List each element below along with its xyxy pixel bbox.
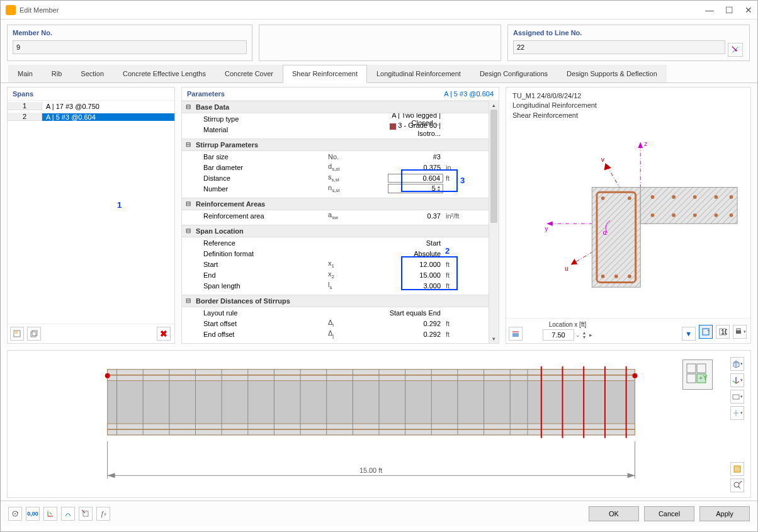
help-button[interactable] <box>8 507 22 521</box>
scroll-up-arrow[interactable]: ▴ <box>489 101 499 110</box>
view3d-button[interactable]: ▾ <box>730 357 744 371</box>
location-dropdown[interactable]: ⌄ <box>575 332 580 338</box>
view-cube[interactable]: +Y <box>682 359 713 390</box>
param-value[interactable]: #3 <box>388 153 443 161</box>
svg-rect-36 <box>512 333 519 337</box>
scroll-thumb[interactable] <box>490 110 497 223</box>
units-button[interactable]: 0,00 <box>26 507 40 521</box>
svg-point-30 <box>693 213 697 217</box>
tab-design-supports-&-deflection[interactable]: Design Supports & Deflection <box>557 65 667 82</box>
svg-marker-13 <box>604 163 612 171</box>
beam-zoom-button[interactable] <box>730 478 744 492</box>
svg-text:u: u <box>565 264 568 272</box>
display-button[interactable]: ▾ <box>730 390 744 404</box>
pick-line-button[interactable] <box>728 43 743 57</box>
cancel-button[interactable]: Cancel <box>644 506 694 521</box>
maximize-button[interactable]: ☐ <box>725 5 733 15</box>
tab-rib[interactable]: Rib <box>42 65 72 82</box>
tab-section[interactable]: Section <box>71 65 113 82</box>
member-input[interactable] <box>13 40 247 54</box>
copy-span-button[interactable] <box>27 327 41 341</box>
tool-d-button[interactable] <box>61 507 75 521</box>
preview-filter-button[interactable]: ▼ <box>682 327 696 341</box>
svg-point-86 <box>734 482 739 487</box>
param-label: End offset <box>182 331 328 338</box>
param-group-header[interactable]: Stirrup Parameters <box>182 139 499 151</box>
param-row: Span lengthls3.000ft <box>182 280 499 291</box>
apply-button[interactable]: Apply <box>699 506 750 521</box>
tab-main[interactable]: Main <box>8 65 42 82</box>
tool-e-button[interactable] <box>79 507 93 521</box>
tab-concrete-effective-lengths[interactable]: Concrete Effective Lengths <box>113 65 215 82</box>
location-label: Location x [ft] <box>543 321 592 328</box>
param-value[interactable]: 3.000 <box>388 282 443 290</box>
assigned-box: Assigned to Line No. <box>507 25 750 61</box>
arrows-button[interactable]: ▾ <box>730 406 744 420</box>
parameters-header: Parameters A | 5 #3 @0.604 <box>182 88 499 101</box>
tab-design-configurations[interactable]: Design Configurations <box>470 65 557 82</box>
param-scrollbar[interactable]: ▴ ▾ <box>489 101 499 343</box>
svg-line-83 <box>736 382 739 383</box>
param-value[interactable]: 5 ▴▾ <box>388 184 443 193</box>
param-unit: ft <box>443 282 472 290</box>
param-value[interactable]: 15.000 <box>388 271 443 279</box>
delete-span-button[interactable]: ✖ <box>157 327 171 341</box>
close-button[interactable]: ✕ <box>745 5 752 15</box>
param-value[interactable]: 0.375 <box>388 164 443 171</box>
beam-settings-button[interactable] <box>730 462 744 476</box>
beam-toolbar: ▾ ▾ ▾ ▾ <box>730 357 745 420</box>
span-num: 1 <box>8 102 42 110</box>
tab-concrete-cover[interactable]: Concrete Cover <box>215 65 283 82</box>
location-value[interactable]: 7.50 <box>543 329 574 341</box>
preview-print-button[interactable]: ▾ <box>733 325 747 339</box>
tab-longitudinal-reinforcement[interactable]: Longitudinal Reinforcement <box>367 65 470 82</box>
param-unit: in²/ft <box>443 212 472 220</box>
svg-rect-15 <box>592 188 640 288</box>
tool-c-button[interactable] <box>43 507 57 521</box>
param-symbol: Δi <box>328 319 388 328</box>
param-group-header[interactable]: Border Distances of Stirrups <box>182 295 499 307</box>
svg-rect-37 <box>703 329 709 335</box>
spans-footer: ✖ <box>8 324 174 343</box>
span-row[interactable]: 1A | 17 #3 @0.750 <box>8 101 174 111</box>
param-label: Definition format <box>182 250 328 258</box>
axes-button[interactable]: ▾ <box>730 373 744 387</box>
param-group-header[interactable]: Span Location <box>182 225 499 237</box>
preview-dim-button[interactable]: 100 <box>716 325 730 339</box>
param-value[interactable]: Start <box>388 239 443 247</box>
param-value[interactable]: 0.292 <box>388 320 443 327</box>
param-value[interactable]: 3 - Grade 60 | Isotro... <box>388 122 443 137</box>
preview-tool-a[interactable] <box>509 327 523 341</box>
param-value[interactable]: Absolute <box>388 250 443 258</box>
beam-length-label: 15.00 ft <box>359 467 382 474</box>
param-symbol: ss,st <box>328 173 388 183</box>
scroll-down-arrow[interactable]: ▾ <box>489 334 499 343</box>
param-row: Material3 - Grade 60 | Isotro... <box>182 124 499 135</box>
content-area: 1 Spans 1A | 17 #3 @0.7502A | 5 #3 @0.60… <box>1 83 757 348</box>
param-value[interactable]: 0.37 <box>388 212 443 220</box>
assigned-input[interactable] <box>513 40 725 54</box>
svg-line-87 <box>738 487 740 489</box>
param-group-header[interactable]: Reinforcement Areas <box>182 198 499 210</box>
param-value[interactable]: Start equals End <box>388 309 443 317</box>
svg-rect-77 <box>697 364 706 373</box>
param-value[interactable]: 0.292 <box>388 331 443 338</box>
cross-section-graphic[interactable]: y z u v <box>512 133 744 290</box>
location-play[interactable]: ▸ <box>589 332 592 338</box>
location-spinner[interactable]: ▴▾ <box>583 331 585 339</box>
beam-svg: 15.00 ft <box>8 351 750 497</box>
ok-button[interactable]: OK <box>589 506 639 521</box>
param-row: Start offsetΔi0.292ft <box>182 318 499 329</box>
tool-f-button[interactable]: ƒx <box>96 507 110 521</box>
tab-shear-reinforcement[interactable]: Shear Reinforcement <box>283 65 367 83</box>
param-row: End offsetΔj0.292ft <box>182 329 499 339</box>
param-value[interactable]: 0.604 <box>388 174 443 183</box>
param-group-header[interactable]: Base Data <box>182 101 499 113</box>
param-value[interactable]: 12.000 <box>388 261 443 268</box>
preview-refresh-button[interactable] <box>699 325 713 339</box>
span-row[interactable]: 2A | 5 #3 @0.604 <box>8 111 174 122</box>
add-span-button[interactable] <box>10 327 24 341</box>
beam-view[interactable]: 15.00 ft +Y ▾ ▾ ▾ ▾ <box>7 350 751 498</box>
param-symbol: x2 <box>328 270 388 280</box>
minimize-button[interactable]: — <box>705 5 714 15</box>
